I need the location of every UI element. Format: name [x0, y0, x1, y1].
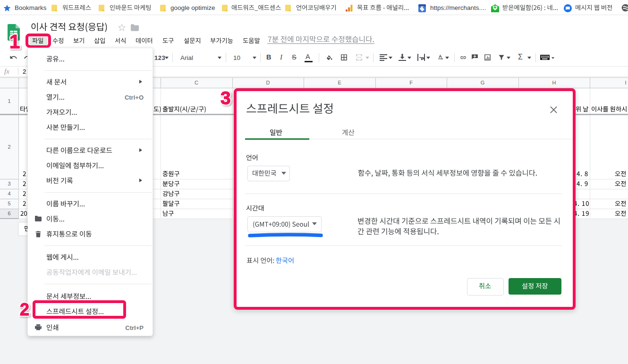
svg-text:1: 1 — [9, 31, 20, 52]
svg-text:3: 3 — [221, 88, 231, 108]
svg-text:2: 2 — [20, 300, 29, 319]
